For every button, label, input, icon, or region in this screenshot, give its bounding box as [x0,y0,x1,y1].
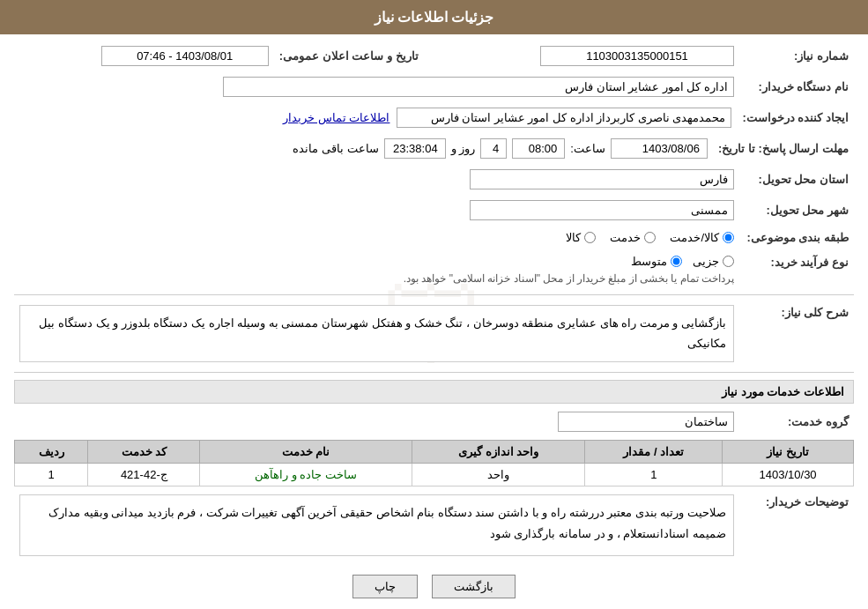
category-khadamat-option[interactable]: خدمت [610,231,656,244]
col-header-service-name: نام خدمت [200,440,412,463]
announcement-box: 1403/08/01 - 07:46 [101,46,269,66]
description-value: بازگشایی و مرمت راه های عشایری منطقه دوس… [14,302,739,365]
info-table-top: شماره نیاز: 1103003135000151 تاریخ و ساع… [14,43,854,69]
info-table-org: نام دستگاه خریدار: اداره کل امور عشایر ا… [14,74,854,100]
process-jazei-radio[interactable] [723,256,734,267]
remaining-label-prefix: روز و [451,142,476,155]
info-table-category: طبقه بندی موضوعی: کالا/خدمت خدمت [14,228,854,247]
category-khadamat-radio[interactable] [644,232,656,243]
deadline-label: مهلت ارسال پاسخ: تا تاریخ: [713,136,854,161]
deadline-values: 1403/08/06 ساعت: 08:00 4 روز و 23: [14,136,713,161]
category-label: طبقه بندی موضوعی: [739,228,854,247]
buyer-org-box: اداره کل امور عشایر استان فارس [223,77,734,97]
print-button[interactable]: چاپ [352,575,418,598]
deadline-time-box: 08:00 [512,138,565,159]
divider-2 [14,372,854,373]
province-box: فارس [470,169,734,189]
info-table-province: استان محل تحویل: فارس [14,167,854,192]
cell-unit: واحد [412,463,585,486]
info-table-creator: ایجاد کننده درخواست: محمدمهدی ناصری کارب… [14,105,854,130]
info-table-notes: توضیحات خریدار: صلاحیت ورتبه بندی معتبر … [14,492,854,559]
service-group-box: ساختمان [558,412,734,432]
city-label: شهر محل تحویل: [739,197,854,223]
deadline-date-box: 1403/08/06 [611,138,708,159]
buyer-notes-label: توضیحات خریدار: [739,492,854,559]
cell-service-name: ساخت جاده و راهآهن [200,463,412,486]
buyer-org-value: اداره کل امور عشایر استان فارس [14,74,739,100]
info-table-service-group: گروه خدمت: ساختمان [14,409,854,434]
category-kala-khadamat-radio[interactable] [723,232,734,243]
divider-1 [14,294,854,295]
process-motavasset-option[interactable]: متوسط [631,255,682,268]
process-motavasset-radio[interactable] [671,256,682,267]
province-label: استان محل تحویل: [739,167,854,192]
category-options: کالا/خدمت خدمت کالا [14,228,739,247]
info-table-process: نوع فرآیند خرید: جزیی متوسط [14,252,854,287]
page-header: جزئیات اطلاعات نیاز [0,0,868,34]
need-number-box: 1103003135000151 [540,46,734,66]
col-header-quantity: تعداد / مقدار [585,440,723,463]
service-group-value: ساختمان [14,409,739,434]
footer-buttons: بازگشت چاپ [14,564,854,609]
cell-quantity: 1 [585,463,723,486]
back-button[interactable]: بازگشت [432,575,516,598]
buyer-notes-value: صلاحیت ورتبه بندی معتبر دررشته راه و با … [14,492,739,559]
category-kala-radio[interactable] [584,232,596,243]
process-note: پرداخت تمام یا بخشی از مبلغ خریدار از مح… [404,272,734,285]
services-section-header: اطلاعات خدمات مورد نیاز [14,380,854,404]
city-box: ممسنی [470,200,734,220]
deadline-time-label: ساعت: [570,142,605,155]
need-number-value: 1103003135000151 [441,43,739,69]
description-box: بازگشایی و مرمت راه های عشایری منطقه دوس… [19,305,734,362]
buyer-org-label: نام دستگاه خریدار: [739,74,854,100]
city-value: ممسنی [14,197,739,223]
col-header-unit: واحد اندازه گیری [412,440,585,463]
cell-need-date: 1403/10/30 [723,463,854,486]
remaining-days-box: 4 [480,138,507,159]
announcement-value: 1403/08/01 - 07:46 [14,43,274,69]
col-header-service-code: کد خدمت [88,440,200,463]
info-table-description: شرح کلی نیاز: بازگشایی و مرمت راه های عش… [14,302,854,365]
process-jazei-option[interactable]: جزیی [693,255,734,268]
remaining-label-suffix: ساعت باقی مانده [293,142,378,155]
col-header-row-num: ردیف [15,440,88,463]
need-number-label: شماره نیاز: [739,43,854,69]
description-label: شرح کلی نیاز: [739,302,854,365]
col-header-need-date: تاریخ نیاز [723,440,854,463]
creator-label: ایجاد کننده درخواست: [737,105,854,130]
info-table-deadline: مهلت ارسال پاسخ: تا تاریخ: 1403/08/06 سا… [14,136,854,161]
announcement-label: تاریخ و ساعت اعلان عمومی: [274,43,424,69]
process-options: جزیی متوسط پرداخت تمام یا بخشی از مبلغ خ… [14,252,739,287]
service-group-label: گروه خدمت: [739,409,854,434]
cell-service-code: ج-42-421 [88,463,200,486]
table-row: 1403/10/301واحدساخت جاده و راهآهنج-42-42… [15,463,854,486]
notes-box: صلاحیت ورتبه بندی معتبر دررشته راه و با … [19,494,734,556]
info-table-city: شهر محل تحویل: ممسنی [14,197,854,223]
header-title: جزئیات اطلاعات نیاز [375,10,494,25]
province-value: فارس [14,167,739,192]
category-kala-option[interactable]: کالا [566,231,596,244]
category-kala-khadamat-option[interactable]: کالا/خدمت [670,231,734,244]
services-table: تاریخ نیاز تعداد / مقدار واحد اندازه گیر… [14,440,854,486]
contact-info-link[interactable]: اطلاعات تماس خریدار [283,111,389,124]
creator-value: محمدمهدی ناصری کاربرداز اداره کل امور عش… [14,105,737,130]
remaining-time-box: 23:38:04 [384,138,446,159]
cell-row-num: 1 [15,463,88,486]
creator-box: محمدمهدی ناصری کاربرداز اداره کل امور عش… [397,108,731,128]
process-label: نوع فرآیند خرید: [739,252,854,287]
